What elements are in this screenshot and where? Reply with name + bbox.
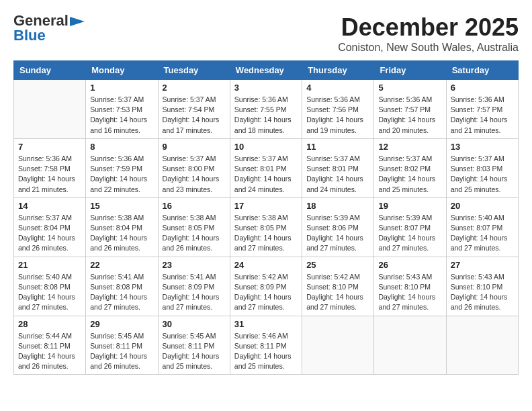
- day-info: Sunrise: 5:37 AM Sunset: 8:00 PM Dayligh…: [163, 154, 226, 195]
- day-info: Sunrise: 5:41 AM Sunset: 8:08 PM Dayligh…: [90, 272, 153, 313]
- day-info: Sunrise: 5:37 AM Sunset: 8:04 PM Dayligh…: [18, 213, 81, 254]
- calendar-day-cell: 7Sunrise: 5:36 AM Sunset: 7:58 PM Daylig…: [14, 138, 86, 197]
- day-number: 14: [18, 201, 81, 211]
- day-info: Sunrise: 5:42 AM Sunset: 8:09 PM Dayligh…: [234, 272, 298, 313]
- calendar-day-cell: 16Sunrise: 5:38 AM Sunset: 8:05 PM Dayli…: [158, 197, 230, 257]
- calendar-day-cell: 25Sunrise: 5:42 AM Sunset: 8:10 PM Dayli…: [302, 257, 374, 316]
- calendar-day-cell: [374, 316, 446, 375]
- day-info: Sunrise: 5:38 AM Sunset: 8:05 PM Dayligh…: [163, 213, 226, 254]
- calendar-week-row: 1Sunrise: 5:37 AM Sunset: 7:53 PM Daylig…: [14, 80, 519, 139]
- day-info: Sunrise: 5:42 AM Sunset: 8:10 PM Dayligh…: [306, 272, 369, 313]
- day-info: Sunrise: 5:45 AM Sunset: 8:11 PM Dayligh…: [90, 331, 153, 372]
- day-info: Sunrise: 5:36 AM Sunset: 7:57 PM Dayligh…: [378, 95, 441, 136]
- day-number: 25: [306, 260, 369, 270]
- day-number: 22: [90, 260, 153, 270]
- day-number: 30: [163, 319, 226, 329]
- day-info: Sunrise: 5:36 AM Sunset: 7:55 PM Dayligh…: [234, 95, 298, 136]
- day-number: 24: [234, 260, 298, 270]
- calendar-day-cell: 28Sunrise: 5:44 AM Sunset: 8:11 PM Dayli…: [14, 316, 86, 375]
- day-info: Sunrise: 5:43 AM Sunset: 8:10 PM Dayligh…: [451, 272, 514, 313]
- day-info: Sunrise: 5:37 AM Sunset: 8:01 PM Dayligh…: [234, 154, 298, 195]
- day-number: 19: [378, 201, 441, 211]
- calendar-day-cell: 31Sunrise: 5:46 AM Sunset: 8:11 PM Dayli…: [230, 316, 302, 375]
- calendar-day-cell: 11Sunrise: 5:37 AM Sunset: 8:01 PM Dayli…: [302, 138, 374, 197]
- day-number: 21: [18, 260, 81, 270]
- day-info: Sunrise: 5:37 AM Sunset: 8:03 PM Dayligh…: [451, 154, 514, 195]
- day-number: 10: [234, 142, 298, 152]
- title-area: December 2025 Coniston, New South Wales,…: [338, 13, 519, 54]
- day-info: Sunrise: 5:39 AM Sunset: 8:06 PM Dayligh…: [306, 213, 369, 254]
- day-number: 17: [234, 201, 298, 211]
- day-info: Sunrise: 5:40 AM Sunset: 8:07 PM Dayligh…: [451, 213, 514, 254]
- calendar-day-cell: 23Sunrise: 5:41 AM Sunset: 8:09 PM Dayli…: [158, 257, 230, 316]
- day-info: Sunrise: 5:36 AM Sunset: 7:58 PM Dayligh…: [18, 154, 81, 195]
- calendar-day-cell: 30Sunrise: 5:45 AM Sunset: 8:11 PM Dayli…: [158, 316, 230, 375]
- calendar-day-cell: 29Sunrise: 5:45 AM Sunset: 8:11 PM Dayli…: [86, 316, 158, 375]
- calendar-week-row: 7Sunrise: 5:36 AM Sunset: 7:58 PM Daylig…: [14, 138, 519, 197]
- day-info: Sunrise: 5:45 AM Sunset: 8:11 PM Dayligh…: [163, 331, 226, 372]
- calendar-day-cell: 20Sunrise: 5:40 AM Sunset: 8:07 PM Dayli…: [446, 197, 518, 257]
- calendar-day-cell: 12Sunrise: 5:37 AM Sunset: 8:02 PM Dayli…: [374, 138, 446, 197]
- day-info: Sunrise: 5:38 AM Sunset: 8:04 PM Dayligh…: [90, 213, 153, 254]
- calendar-day-cell: 14Sunrise: 5:37 AM Sunset: 8:04 PM Dayli…: [14, 197, 86, 257]
- calendar-day-cell: 22Sunrise: 5:41 AM Sunset: 8:08 PM Dayli…: [86, 257, 158, 316]
- day-number: 6: [451, 83, 514, 93]
- calendar-day-cell: [446, 316, 518, 375]
- day-info: Sunrise: 5:37 AM Sunset: 7:54 PM Dayligh…: [163, 95, 226, 136]
- day-info: Sunrise: 5:44 AM Sunset: 8:11 PM Dayligh…: [18, 331, 81, 372]
- day-number: 16: [163, 201, 226, 211]
- day-number: 2: [163, 83, 226, 93]
- calendar-day-cell: 17Sunrise: 5:38 AM Sunset: 8:05 PM Dayli…: [230, 197, 302, 257]
- day-info: Sunrise: 5:41 AM Sunset: 8:09 PM Dayligh…: [163, 272, 226, 313]
- calendar-day-cell: [302, 316, 374, 375]
- page-header: General Blue December 2025 Coniston, New…: [13, 13, 519, 54]
- day-info: Sunrise: 5:39 AM Sunset: 8:07 PM Dayligh…: [378, 213, 441, 254]
- day-number: 28: [18, 319, 81, 329]
- logo: General Blue: [13, 13, 85, 43]
- day-info: Sunrise: 5:43 AM Sunset: 8:10 PM Dayligh…: [378, 272, 441, 313]
- day-number: 27: [451, 260, 514, 270]
- day-number: 15: [90, 201, 153, 211]
- location-title: Coniston, New South Wales, Australia: [338, 42, 519, 54]
- calendar-day-cell: 19Sunrise: 5:39 AM Sunset: 8:07 PM Dayli…: [374, 197, 446, 257]
- weekday-header: Friday: [374, 61, 446, 80]
- day-number: 20: [451, 201, 514, 211]
- month-title: December 2025: [338, 13, 519, 42]
- weekday-header: Monday: [86, 61, 158, 80]
- calendar-day-cell: 10Sunrise: 5:37 AM Sunset: 8:01 PM Dayli…: [230, 138, 302, 197]
- day-number: 9: [163, 142, 226, 152]
- calendar-day-cell: 2Sunrise: 5:37 AM Sunset: 7:54 PM Daylig…: [158, 80, 230, 139]
- day-info: Sunrise: 5:37 AM Sunset: 8:01 PM Dayligh…: [306, 154, 369, 195]
- calendar-day-cell: 1Sunrise: 5:37 AM Sunset: 7:53 PM Daylig…: [86, 80, 158, 139]
- calendar-day-cell: 8Sunrise: 5:36 AM Sunset: 7:59 PM Daylig…: [86, 138, 158, 197]
- day-info: Sunrise: 5:37 AM Sunset: 7:53 PM Dayligh…: [90, 95, 153, 136]
- calendar-table: SundayMondayTuesdayWednesdayThursdayFrid…: [13, 60, 519, 375]
- day-info: Sunrise: 5:38 AM Sunset: 8:05 PM Dayligh…: [234, 213, 298, 254]
- weekday-header: Sunday: [14, 61, 86, 80]
- day-info: Sunrise: 5:37 AM Sunset: 8:02 PM Dayligh…: [378, 154, 441, 195]
- calendar-day-cell: 15Sunrise: 5:38 AM Sunset: 8:04 PM Dayli…: [86, 197, 158, 257]
- calendar-day-cell: 26Sunrise: 5:43 AM Sunset: 8:10 PM Dayli…: [374, 257, 446, 316]
- weekday-header: Tuesday: [158, 61, 230, 80]
- calendar-week-row: 28Sunrise: 5:44 AM Sunset: 8:11 PM Dayli…: [14, 316, 519, 375]
- day-number: 5: [378, 83, 441, 93]
- day-number: 23: [163, 260, 226, 270]
- day-number: 7: [18, 142, 81, 152]
- calendar-day-cell: 13Sunrise: 5:37 AM Sunset: 8:03 PM Dayli…: [446, 138, 518, 197]
- calendar-day-cell: 3Sunrise: 5:36 AM Sunset: 7:55 PM Daylig…: [230, 80, 302, 139]
- logo-icon: [70, 17, 85, 26]
- weekday-header: Wednesday: [230, 61, 302, 80]
- calendar-week-row: 21Sunrise: 5:40 AM Sunset: 8:08 PM Dayli…: [14, 257, 519, 316]
- day-info: Sunrise: 5:36 AM Sunset: 7:57 PM Dayligh…: [451, 95, 514, 136]
- day-number: 13: [451, 142, 514, 152]
- calendar-day-cell: 4Sunrise: 5:36 AM Sunset: 7:56 PM Daylig…: [302, 80, 374, 139]
- calendar-header-row: SundayMondayTuesdayWednesdayThursdayFrid…: [14, 61, 519, 80]
- calendar-day-cell: 18Sunrise: 5:39 AM Sunset: 8:06 PM Dayli…: [302, 197, 374, 257]
- day-info: Sunrise: 5:36 AM Sunset: 7:59 PM Dayligh…: [90, 154, 153, 195]
- day-number: 29: [90, 319, 153, 329]
- calendar-day-cell: 27Sunrise: 5:43 AM Sunset: 8:10 PM Dayli…: [446, 257, 518, 316]
- calendar-day-cell: 21Sunrise: 5:40 AM Sunset: 8:08 PM Dayli…: [14, 257, 86, 316]
- day-number: 31: [234, 319, 298, 329]
- calendar-day-cell: 9Sunrise: 5:37 AM Sunset: 8:00 PM Daylig…: [158, 138, 230, 197]
- day-number: 3: [234, 83, 298, 93]
